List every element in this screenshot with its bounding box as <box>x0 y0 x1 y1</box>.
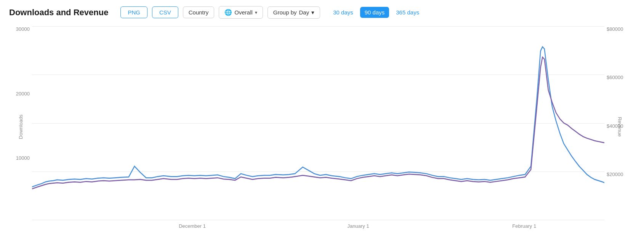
chart-svg <box>32 26 604 220</box>
chevron-down-icon: ▾ <box>255 10 257 15</box>
country-dropdown[interactable]: Country <box>183 6 215 18</box>
90-days-button[interactable]: 90 days <box>360 7 389 18</box>
group-by-value: Day <box>299 9 309 16</box>
x-axis-labels: December 1 January 1 February 1 <box>32 221 604 231</box>
chart-area: Downloads 30000 20000 10000 <box>9 22 635 231</box>
y-left-tick-10000: 10000 <box>16 155 30 161</box>
page-title: Downloads and Revenue <box>9 8 108 17</box>
days-filter-group: 30 days 90 days 365 days <box>328 7 424 18</box>
y-right-tick-80000: $80000 <box>607 26 623 32</box>
globe-icon: 🌐 <box>224 9 232 16</box>
x-label-jan1: January 1 <box>348 223 369 229</box>
csv-button[interactable]: CSV <box>152 6 178 18</box>
country-label: Country <box>189 9 209 16</box>
downloads-line <box>32 47 604 187</box>
overall-label: Overall <box>234 9 253 16</box>
y-left-tick-20000: 20000 <box>16 91 30 97</box>
30-days-button[interactable]: 30 days <box>328 7 358 18</box>
x-label-feb1: February 1 <box>512 223 536 229</box>
y-right-tick-60000: $60000 <box>607 75 623 80</box>
png-button[interactable]: PNG <box>120 6 147 18</box>
y-left-tick-30000: 30000 <box>16 26 30 32</box>
group-by-dropdown[interactable]: Group by Day ▾ <box>268 6 320 19</box>
group-by-label: Group by <box>273 9 297 16</box>
y-right-tick-40000: $40000 <box>607 123 623 129</box>
y-right-tick-20000: $20000 <box>607 171 623 177</box>
x-label-dec1: December 1 <box>179 223 206 229</box>
overall-dropdown[interactable]: 🌐 Overall ▾ <box>219 6 263 19</box>
365-days-button[interactable]: 365 days <box>391 7 424 18</box>
group-by-chevron-icon: ▾ <box>311 9 314 16</box>
grid-line-bottom <box>32 220 604 220</box>
revenue-line <box>32 57 604 189</box>
chart-inner: December 1 January 1 February 1 <box>32 22 604 231</box>
